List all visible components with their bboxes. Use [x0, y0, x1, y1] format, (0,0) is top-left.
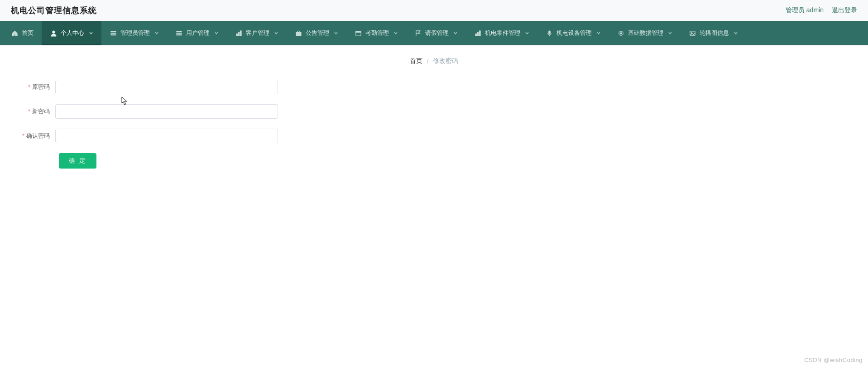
form-row-old-password: *原密码	[14, 80, 854, 94]
chevron-down-icon	[393, 31, 398, 35]
chart-icon	[235, 29, 242, 37]
chevron-down-icon	[89, 31, 93, 35]
new-password-label: *新密码	[14, 107, 55, 116]
chevron-down-icon	[334, 31, 338, 35]
nav-item-2[interactable]: 管理员管理	[101, 21, 167, 45]
confirm-password-input[interactable]	[55, 129, 278, 143]
chevron-down-icon	[274, 31, 278, 35]
nav-item-0[interactable]: 首页	[3, 21, 42, 45]
breadcrumb-sep: /	[427, 58, 429, 65]
home-icon	[11, 29, 18, 37]
user-icon	[50, 29, 57, 37]
app-title: 机电公司管理信息系统	[11, 5, 97, 16]
form-row-confirm-password: *确认密码	[14, 129, 854, 143]
chevron-down-icon	[596, 31, 601, 35]
nav-item-label: 用户管理	[186, 29, 210, 37]
calendar-icon	[355, 29, 362, 37]
nav-item-8[interactable]: 机电零件管理	[466, 21, 537, 45]
chevron-down-icon	[453, 31, 458, 35]
submit-button[interactable]: 确 定	[59, 153, 96, 169]
chevron-down-icon	[154, 31, 159, 35]
nav-item-label: 考勤管理	[365, 29, 389, 37]
nav-item-3[interactable]: 用户管理	[167, 21, 227, 45]
change-password-form: *原密码 *新密码 *确认密码 确 定	[0, 75, 868, 173]
chart-icon	[474, 29, 481, 37]
topbar: 机电公司管理信息系统 管理员 admin 退出登录	[0, 0, 868, 21]
navbar: 首页个人中心管理员管理用户管理客户管理公告管理考勤管理请假管理机电零件管理机电设…	[0, 21, 868, 45]
admin-label[interactable]: 管理员 admin	[786, 6, 824, 14]
nav-item-label: 机电零件管理	[485, 29, 520, 37]
watermark: CSDN @wishCoding	[804, 357, 863, 363]
nav-item-label: 个人中心	[61, 29, 84, 37]
nav-item-label: 首页	[22, 29, 34, 37]
mic-icon	[546, 29, 553, 37]
form-row-new-password: *新密码	[14, 104, 854, 119]
chevron-down-icon	[214, 31, 219, 35]
flag-icon	[414, 29, 422, 37]
nav-item-label: 管理员管理	[120, 29, 150, 37]
confirm-password-label: *确认密码	[14, 132, 55, 140]
gear-icon	[617, 29, 624, 37]
old-password-label: *原密码	[14, 83, 55, 91]
list-icon	[175, 29, 182, 37]
topbar-right: 管理员 admin 退出登录	[786, 6, 857, 14]
chevron-down-icon	[525, 31, 529, 35]
nav-item-label: 轮播图信息	[700, 29, 729, 37]
nav-item-7[interactable]: 请假管理	[406, 21, 466, 45]
logout-link[interactable]: 退出登录	[832, 6, 857, 14]
nav-item-4[interactable]: 客户管理	[227, 21, 287, 45]
nav-item-label: 机电设备管理	[556, 29, 592, 37]
briefcase-icon	[295, 29, 302, 37]
form-actions: 确 定	[14, 153, 854, 169]
breadcrumb-current: 修改密码	[433, 57, 458, 65]
chevron-down-icon	[668, 31, 672, 35]
nav-item-6[interactable]: 考勤管理	[346, 21, 406, 45]
nav-item-1[interactable]: 个人中心	[42, 21, 101, 45]
chevron-down-icon	[734, 31, 738, 35]
nav-item-9[interactable]: 机电设备管理	[537, 21, 609, 45]
list-icon	[110, 29, 117, 37]
nav-item-11[interactable]: 轮播图信息	[681, 21, 746, 45]
nav-item-label: 客户管理	[246, 29, 269, 37]
nav-item-10[interactable]: 基础数据管理	[609, 21, 681, 45]
image-icon	[689, 29, 696, 37]
nav-item-5[interactable]: 公告管理	[287, 21, 346, 45]
nav-item-label: 请假管理	[425, 29, 449, 37]
nav-item-label: 公告管理	[306, 29, 329, 37]
breadcrumb: 首页 / 修改密码	[0, 45, 868, 75]
nav-item-label: 基础数据管理	[628, 29, 663, 37]
breadcrumb-home[interactable]: 首页	[410, 57, 422, 65]
old-password-input[interactable]	[55, 80, 278, 94]
new-password-input[interactable]	[55, 104, 278, 119]
